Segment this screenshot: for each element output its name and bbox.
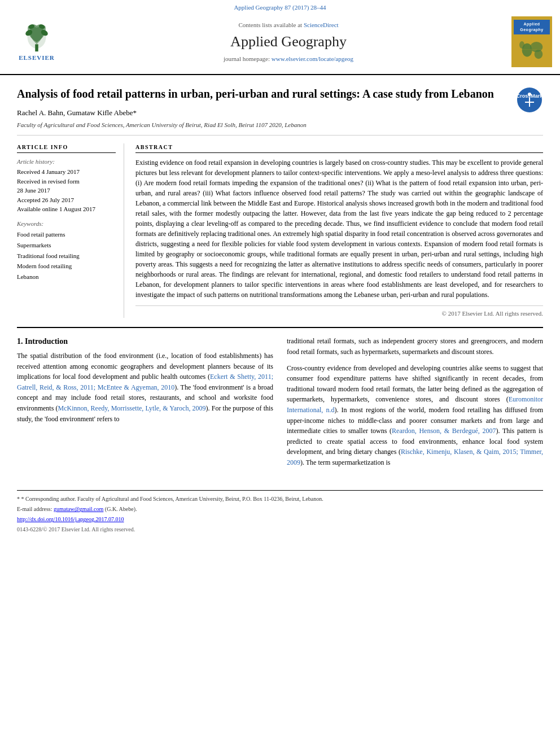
elsevier-tree-icon [17,21,56,53]
article-authors: Rachel A. Bahn, Gumataw Kifle Abebe* [17,108,505,118]
journal-meta-row: ELSEVIER Contents lists available at Sci… [0,14,560,71]
intro-paragraph-1: The spatial distribution of the food env… [17,351,273,424]
revised-date: 28 June 2017 [17,186,116,195]
sciencedirect-note: Contents lists available at ScienceDirec… [238,21,338,29]
cite-mckinnon[interactable]: McKinnon, Reedy, Morrissette, Lytle, & Y… [58,404,205,412]
article-footer: * * Corresponding author. Faculty of Agr… [17,490,543,534]
email-note: (G.K. Abebe). [105,506,137,512]
abstract-text: Existing evidence on food retail expansi… [135,158,543,300]
received-date: Received 4 January 2017 [17,167,116,177]
ag-logo-map-icon [515,36,548,64]
abstract-heading: Abstract [135,143,543,153]
footnote-email: E-mail address: gumataw@gmail.com (G.K. … [17,505,543,513]
elsevier-logo-area: ELSEVIER [6,16,68,67]
ag-logo-line2: Geography [515,27,549,33]
ag-logo: Applied Geography [511,16,552,67]
body-right-col: traditional retail formats, such as inde… [287,336,543,473]
homepage-url[interactable]: www.elsevier.com/locate/apgeog [272,55,353,62]
issn-line: 0143-6228/© 2017 Elsevier Ltd. All right… [17,526,543,534]
keyword-1: Food retail patterns [17,229,116,240]
history-label: Article history: [17,158,116,166]
article-title: Analysis of food retail patterns in urba… [17,86,505,101]
article-columns: Article Info Article history: Received 4… [17,143,543,318]
section-divider [17,327,543,328]
footnote-text: * Corresponding author. Faculty of Agric… [21,496,323,502]
email-label: E-mail address: [17,506,52,512]
svg-point-9 [535,50,543,59]
svg-point-10 [519,41,524,49]
keyword-5: Lebanon [17,272,116,282]
svg-point-15 [528,93,531,96]
article-wrapper: Analysis of food retail patterns in urba… [0,75,560,534]
intro-section-heading: 1. Introduction [17,336,273,347]
online-date: Available online 1 August 2017 [17,204,116,214]
ag-logo-line1: Applied [515,21,549,27]
accepted-date: Accepted 26 July 2017 [17,195,116,205]
article-history-group: Article history: Received 4 January 2017… [17,158,116,214]
article-affiliation: Faculty of Agricultural and Food Science… [17,121,505,129]
cite-reardon[interactable]: Reardon, Henson, & Berdegué, 2007 [392,427,496,435]
article-abstract-column: Abstract Existing evidence on food retai… [135,143,543,318]
article-title-section: Analysis of food retail patterns in urba… [17,75,543,136]
keywords-group: Keywords: Food retail patterns Supermark… [17,220,116,282]
crossmark-badge[interactable]: CrossMark [516,86,543,113]
crossmark-icon: CrossMark [516,86,543,113]
homepage-label: journal homepage: [224,55,270,62]
cite-eckert[interactable]: Eckert & Shetty, 2011; Gatrell, Reid, & … [17,373,273,391]
sciencedirect-link[interactable]: ScienceDirect [304,21,339,28]
contents-note: Contents lists available at [238,21,302,28]
cite-rischke[interactable]: Rischke, Kimenju, Klasen, & Qaim, 2015; … [287,448,543,466]
body-columns: 1. Introduction The spatial distribution… [17,336,543,484]
applied-geography-logo-area: Applied Geography [509,16,554,67]
footnote-star: * [17,496,21,502]
article-title-text: Analysis of food retail patterns in urba… [17,86,516,129]
journal-volume-info: Applied Geography 87 (2017) 28–44 [0,0,560,14]
elsevier-label: ELSEVIER [19,54,55,62]
cite-euromonitor[interactable]: Euromonitor International, n.d [287,395,543,414]
doi-line: http://dx.doi.org/10.1016/j.apgeog.2017.… [17,516,543,523]
keyword-2: Supermarkets [17,240,116,251]
article-info-heading: Article Info [17,143,116,153]
ag-logo-header: Applied Geography [514,20,550,34]
keywords-list: Food retail patterns Supermarkets Tradit… [17,229,116,282]
footnote-corresponding: * * Corresponding author. Faculty of Agr… [17,495,543,503]
section-title: Introduction [25,337,68,346]
doi-link[interactable]: http://dx.doi.org/10.1016/j.apgeog.2017.… [17,516,124,522]
section-number: 1. [17,337,23,346]
keyword-3: Traditional food retailing [17,251,116,261]
body-left-col: 1. Introduction The spatial distribution… [17,336,273,473]
keyword-4: Modern food retailing [17,261,116,272]
journal-title: Applied Geography [230,32,347,52]
journal-header: Applied Geography 87 (2017) 28–44 [0,0,560,75]
journal-center-info: Contents lists available at ScienceDirec… [68,16,509,67]
journal-homepage-line: journal homepage: www.elsevier.com/locat… [224,55,353,63]
email-link[interactable]: gumataw@gmail.com [54,506,103,512]
revised-label: Received in revised form [17,177,116,186]
body-right-para2: Cross-country evidence from developed an… [287,363,543,468]
keywords-label: Keywords: [17,220,116,228]
article-info-column: Article Info Article history: Received 4… [17,143,124,318]
elsevier-logo: ELSEVIER [17,21,56,62]
copyright-line: © 2017 Elsevier Ltd. All rights reserved… [135,305,543,318]
authors-text: Rachel A. Bahn, Gumataw Kifle Abebe* [17,108,137,117]
volume-info-text: Applied Geography 87 (2017) 28–44 [234,4,326,11]
body-right-para1: traditional retail formats, such as inde… [287,336,543,357]
